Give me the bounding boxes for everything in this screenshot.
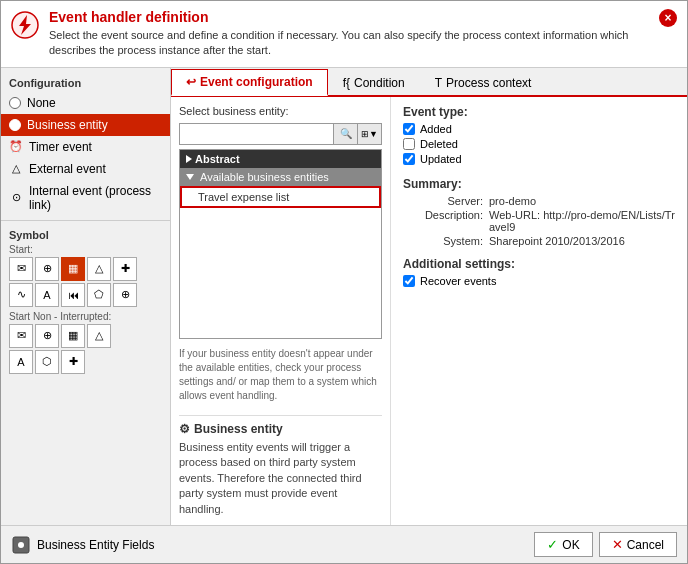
available-entities-label: Available business entities	[200, 171, 329, 183]
symbol-back[interactable]: ⏮	[61, 283, 85, 307]
header-text: Event handler definition Select the even…	[49, 9, 649, 59]
abstract-expand-arrow	[186, 155, 192, 163]
ok-button[interactable]: ✓ OK	[534, 532, 592, 557]
symbol-row-1: ✉ ⊕ ▦ △ ✚	[9, 257, 162, 281]
recover-events-checkbox[interactable]	[403, 275, 415, 287]
start-non-interrupted-label: Start Non - Interrupted:	[9, 311, 162, 322]
search-button[interactable]: 🔍	[333, 124, 357, 144]
symbol-hexagon[interactable]: ⬡	[35, 350, 59, 374]
symbol-grid[interactable]: ▦	[61, 257, 85, 281]
symbol-pentagon[interactable]: ⬠	[87, 283, 111, 307]
additional-settings-label: Additional settings:	[403, 257, 675, 271]
sidebar-item-none[interactable]: None	[1, 92, 170, 114]
symbol-row-4: A ⬡ ✚	[9, 350, 162, 374]
timer-event-label: Timer event	[29, 140, 92, 154]
business-entity-description: Business entity events will trigger a pr…	[179, 440, 382, 517]
content-main: Select business entity: 🔍 ⊞▼ Abstract	[171, 97, 687, 525]
dialog-header: Event handler definition Select the even…	[1, 1, 687, 68]
symbol-label: Symbol	[9, 229, 162, 241]
business-entity-icon: ⚙	[179, 422, 190, 436]
symbol-plus2[interactable]: ✚	[61, 350, 85, 374]
external-icon: △	[9, 162, 23, 176]
entity-list: Abstract Available business entities Tra…	[179, 149, 382, 339]
cancel-label: Cancel	[627, 538, 664, 552]
ok-label: OK	[562, 538, 579, 552]
left-panel: Select business entity: 🔍 ⊞▼ Abstract	[171, 97, 391, 525]
updated-checkbox-row: Updated	[403, 153, 675, 165]
symbol-section: Symbol Start: ✉ ⊕ ▦ △ ✚ ∿ A ⏮ ⬠ ⊕ Start …	[1, 225, 170, 380]
symbol-letter-a2[interactable]: A	[9, 350, 33, 374]
symbol-row-3: ✉ ⊕ ▦ △	[9, 324, 162, 348]
sidebar: Configuration None Business entity ⏰ Tim…	[1, 68, 171, 525]
configuration-label: Configuration	[1, 74, 170, 92]
symbol-wave[interactable]: ∿	[9, 283, 33, 307]
added-checkbox[interactable]	[403, 123, 415, 135]
dialog-body: Configuration None Business entity ⏰ Tim…	[1, 68, 687, 525]
symbol-row-2: ∿ A ⏮ ⬠ ⊕	[9, 283, 162, 307]
system-key: System:	[403, 235, 483, 247]
summary-system-row: System: Sharepoint 2010/2013/2016	[403, 235, 675, 247]
dialog-title: Event handler definition	[49, 9, 649, 25]
search-input[interactable]	[180, 124, 333, 144]
business-entity-section-label: Business entity	[194, 422, 283, 436]
sidebar-item-timer-event[interactable]: ⏰ Timer event	[1, 136, 170, 158]
description-value: Web-URL: http://pro-demo/EN/Lists/Travel…	[489, 209, 675, 233]
select-entity-label: Select business entity:	[179, 105, 382, 117]
symbol-letter-a[interactable]: A	[35, 283, 59, 307]
additional-settings-section: Additional settings: Recover events	[403, 257, 675, 287]
tab-event-config-label: Event configuration	[200, 75, 313, 89]
added-label: Added	[420, 123, 452, 135]
timer-icon: ⏰	[9, 140, 23, 154]
ok-icon: ✓	[547, 537, 558, 552]
deleted-checkbox-row: Deleted	[403, 138, 675, 150]
abstract-group-header[interactable]: Abstract	[180, 150, 381, 168]
symbol-cross-circle[interactable]: ⊕	[113, 283, 137, 307]
info-text: If your business entity doesn't appear u…	[179, 343, 382, 407]
business-entity-fields-label: Business Entity Fields	[37, 538, 154, 552]
lightning-icon	[11, 11, 39, 39]
abstract-label: Abstract	[195, 153, 240, 165]
updated-label: Updated	[420, 153, 462, 165]
symbol-triangle2[interactable]: △	[87, 324, 111, 348]
symbol-envelope2[interactable]: ✉	[9, 324, 33, 348]
footer-buttons: ✓ OK ✕ Cancel	[534, 532, 677, 557]
deleted-checkbox[interactable]	[403, 138, 415, 150]
server-value: pro-demo	[489, 195, 536, 207]
tab-event-configuration[interactable]: ↩ Event configuration	[171, 69, 328, 96]
sidebar-divider	[1, 220, 170, 221]
sidebar-item-internal-event[interactable]: ⊙ Internal event (process link)	[1, 180, 170, 216]
cancel-icon: ✕	[612, 537, 623, 552]
updated-checkbox[interactable]	[403, 153, 415, 165]
radio-business-entity	[9, 119, 21, 131]
event-type-label: Event type:	[403, 105, 675, 119]
tab-bar: ↩ Event configuration f{ Condition T Pro…	[171, 68, 687, 97]
symbol-triangle-up[interactable]: △	[87, 257, 111, 281]
system-value: Sharepoint 2010/2013/2016	[489, 235, 625, 247]
start-label: Start:	[9, 244, 162, 255]
filter-button[interactable]: ⊞▼	[357, 124, 381, 144]
condition-icon: f{	[343, 76, 350, 90]
symbol-plus-circle[interactable]: ✚	[113, 257, 137, 281]
right-panel: Event type: Added Deleted Updated	[391, 97, 687, 525]
symbol-grid2[interactable]: ▦	[61, 324, 85, 348]
event-config-icon: ↩	[186, 75, 196, 89]
internal-event-label: Internal event (process link)	[29, 184, 162, 212]
symbol-clock[interactable]: ⊕	[35, 324, 59, 348]
sidebar-item-business-entity[interactable]: Business entity	[1, 114, 170, 136]
travel-expense-item[interactable]: Travel expense list	[180, 186, 381, 208]
dialog-description: Select the event source and define a con…	[49, 28, 649, 59]
recover-events-label: Recover events	[420, 275, 496, 287]
tab-condition[interactable]: f{ Condition	[328, 69, 420, 96]
svg-point-3	[18, 542, 24, 548]
close-button[interactable]: ×	[659, 9, 677, 27]
symbol-circle-dash[interactable]: ⊕	[35, 257, 59, 281]
sidebar-item-external-event[interactable]: △ External event	[1, 158, 170, 180]
tab-process-context[interactable]: T Process context	[420, 69, 547, 96]
business-entity-label: Business entity	[27, 118, 108, 132]
business-entity-fields-link[interactable]: Business Entity Fields	[11, 535, 154, 555]
cancel-button[interactable]: ✕ Cancel	[599, 532, 677, 557]
travel-expense-label: Travel expense list	[198, 191, 289, 203]
symbol-envelope[interactable]: ✉	[9, 257, 33, 281]
internal-icon: ⊙	[9, 191, 23, 205]
available-entities-header[interactable]: Available business entities	[180, 168, 381, 186]
